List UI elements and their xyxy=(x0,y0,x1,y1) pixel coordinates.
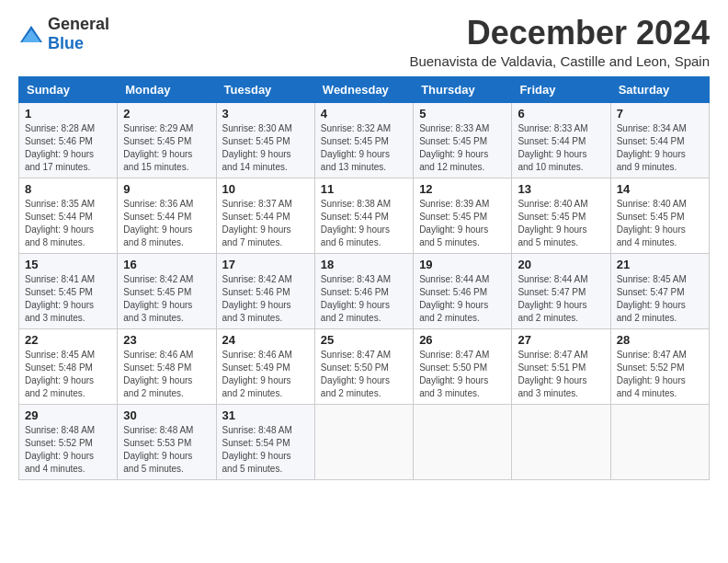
calendar-cell: 7 Sunrise: 8:34 AMSunset: 5:44 PMDayligh… xyxy=(610,102,709,178)
day-info: Sunrise: 8:41 AMSunset: 5:45 PMDaylight:… xyxy=(25,273,111,325)
day-info: Sunrise: 8:43 AMSunset: 5:46 PMDaylight:… xyxy=(321,273,407,325)
day-number: 1 xyxy=(25,107,111,121)
day-info: Sunrise: 8:46 AMSunset: 5:48 PMDaylight:… xyxy=(123,349,210,400)
day-info: Sunrise: 8:42 AMSunset: 5:45 PMDaylight:… xyxy=(123,273,210,325)
day-info: Sunrise: 8:47 AMSunset: 5:52 PMDaylight:… xyxy=(617,349,703,400)
day-number: 26 xyxy=(419,333,506,347)
day-info: Sunrise: 8:44 AMSunset: 5:47 PMDaylight:… xyxy=(518,273,604,325)
day-info: Sunrise: 8:39 AMSunset: 5:45 PMDaylight:… xyxy=(419,198,506,249)
day-info: Sunrise: 8:42 AMSunset: 5:46 PMDaylight:… xyxy=(222,273,309,325)
day-number: 31 xyxy=(222,408,309,422)
day-number: 10 xyxy=(222,182,309,196)
calendar-cell xyxy=(314,404,413,479)
day-number: 18 xyxy=(321,258,407,271)
calendar-cell xyxy=(414,404,512,479)
calendar-cell: 3 Sunrise: 8:30 AMSunset: 5:45 PMDayligh… xyxy=(216,102,314,178)
calendar-cell: 30 Sunrise: 8:48 AMSunset: 5:53 PMDaylig… xyxy=(118,404,216,479)
logo-icon xyxy=(18,24,44,44)
calendar-cell xyxy=(610,404,709,479)
subtitle: Buenavista de Valdavia, Castille and Leo… xyxy=(409,53,710,69)
day-info: Sunrise: 8:33 AMSunset: 5:44 PMDaylight:… xyxy=(518,122,604,174)
day-number: 13 xyxy=(518,182,604,196)
calendar-cell: 1 Sunrise: 8:28 AMSunset: 5:46 PMDayligh… xyxy=(19,102,118,178)
day-info: Sunrise: 8:32 AMSunset: 5:45 PMDaylight:… xyxy=(321,122,407,174)
calendar-cell: 26 Sunrise: 8:47 AMSunset: 5:50 PMDaylig… xyxy=(414,328,512,404)
calendar-cell: 2 Sunrise: 8:29 AMSunset: 5:45 PMDayligh… xyxy=(118,102,216,178)
day-of-week-header: Friday xyxy=(512,76,610,102)
calendar-week-row: 1 Sunrise: 8:28 AMSunset: 5:46 PMDayligh… xyxy=(19,102,710,178)
calendar-cell: 10 Sunrise: 8:37 AMSunset: 5:44 PMDaylig… xyxy=(216,178,314,253)
calendar-week-row: 29 Sunrise: 8:48 AMSunset: 5:52 PMDaylig… xyxy=(19,404,710,479)
day-info: Sunrise: 8:35 AMSunset: 5:44 PMDaylight:… xyxy=(25,198,111,249)
calendar-cell: 25 Sunrise: 8:47 AMSunset: 5:50 PMDaylig… xyxy=(314,328,413,404)
day-info: Sunrise: 8:30 AMSunset: 5:45 PMDaylight:… xyxy=(222,122,309,174)
logo-text: General Blue xyxy=(48,15,109,53)
day-number: 14 xyxy=(617,182,703,196)
day-number: 6 xyxy=(518,107,604,121)
calendar-week-row: 22 Sunrise: 8:45 AMSunset: 5:48 PMDaylig… xyxy=(19,328,710,404)
day-number: 3 xyxy=(222,107,309,121)
logo-general: General xyxy=(48,15,109,33)
day-info: Sunrise: 8:40 AMSunset: 5:45 PMDaylight:… xyxy=(617,198,703,249)
calendar-cell: 17 Sunrise: 8:42 AMSunset: 5:46 PMDaylig… xyxy=(216,253,314,328)
day-info: Sunrise: 8:34 AMSunset: 5:44 PMDaylight:… xyxy=(617,122,703,174)
logo: General Blue xyxy=(18,15,109,53)
calendar-cell: 18 Sunrise: 8:43 AMSunset: 5:46 PMDaylig… xyxy=(314,253,413,328)
day-info: Sunrise: 8:37 AMSunset: 5:44 PMDaylight:… xyxy=(222,198,309,249)
day-number: 16 xyxy=(123,258,210,271)
day-info: Sunrise: 8:46 AMSunset: 5:49 PMDaylight:… xyxy=(222,349,309,400)
calendar-cell: 20 Sunrise: 8:44 AMSunset: 5:47 PMDaylig… xyxy=(512,253,610,328)
calendar-cell: 13 Sunrise: 8:40 AMSunset: 5:45 PMDaylig… xyxy=(512,178,610,253)
header: General Blue December 2024 Buenavista de… xyxy=(18,15,710,69)
day-info: Sunrise: 8:29 AMSunset: 5:45 PMDaylight:… xyxy=(123,122,210,174)
calendar-cell: 16 Sunrise: 8:42 AMSunset: 5:45 PMDaylig… xyxy=(118,253,216,328)
day-info: Sunrise: 8:28 AMSunset: 5:46 PMDaylight:… xyxy=(25,122,111,174)
calendar-table: SundayMondayTuesdayWednesdayThursdayFrid… xyxy=(18,76,710,480)
day-of-week-header: Saturday xyxy=(610,76,709,102)
day-number: 5 xyxy=(419,107,506,121)
day-number: 2 xyxy=(123,107,210,121)
day-info: Sunrise: 8:40 AMSunset: 5:45 PMDaylight:… xyxy=(518,198,604,249)
calendar-cell: 9 Sunrise: 8:36 AMSunset: 5:44 PMDayligh… xyxy=(118,178,216,253)
day-number: 4 xyxy=(321,107,407,121)
day-number: 29 xyxy=(25,408,111,422)
calendar-cell: 28 Sunrise: 8:47 AMSunset: 5:52 PMDaylig… xyxy=(610,328,709,404)
calendar-cell: 8 Sunrise: 8:35 AMSunset: 5:44 PMDayligh… xyxy=(19,178,118,253)
calendar-cell: 23 Sunrise: 8:46 AMSunset: 5:48 PMDaylig… xyxy=(118,328,216,404)
day-of-week-header: Wednesday xyxy=(314,76,413,102)
day-number: 7 xyxy=(617,107,703,121)
calendar-cell: 15 Sunrise: 8:41 AMSunset: 5:45 PMDaylig… xyxy=(19,253,118,328)
day-number: 12 xyxy=(419,182,506,196)
calendar-cell: 4 Sunrise: 8:32 AMSunset: 5:45 PMDayligh… xyxy=(314,102,413,178)
day-of-week-header: Thursday xyxy=(414,76,512,102)
calendar-cell: 12 Sunrise: 8:39 AMSunset: 5:45 PMDaylig… xyxy=(414,178,512,253)
day-number: 19 xyxy=(419,258,506,271)
calendar-cell: 14 Sunrise: 8:40 AMSunset: 5:45 PMDaylig… xyxy=(610,178,709,253)
day-info: Sunrise: 8:45 AMSunset: 5:47 PMDaylight:… xyxy=(617,273,703,325)
day-number: 27 xyxy=(518,333,604,347)
calendar-cell: 29 Sunrise: 8:48 AMSunset: 5:52 PMDaylig… xyxy=(19,404,118,479)
day-number: 8 xyxy=(25,182,111,196)
calendar-header-row: SundayMondayTuesdayWednesdayThursdayFrid… xyxy=(19,76,710,102)
calendar-week-row: 15 Sunrise: 8:41 AMSunset: 5:45 PMDaylig… xyxy=(19,253,710,328)
day-of-week-header: Sunday xyxy=(19,76,118,102)
day-info: Sunrise: 8:38 AMSunset: 5:44 PMDaylight:… xyxy=(321,198,407,249)
day-of-week-header: Tuesday xyxy=(216,76,314,102)
day-info: Sunrise: 8:44 AMSunset: 5:46 PMDaylight:… xyxy=(419,273,506,325)
calendar-cell: 19 Sunrise: 8:44 AMSunset: 5:46 PMDaylig… xyxy=(414,253,512,328)
day-info: Sunrise: 8:48 AMSunset: 5:52 PMDaylight:… xyxy=(25,424,111,476)
calendar-cell: 6 Sunrise: 8:33 AMSunset: 5:44 PMDayligh… xyxy=(512,102,610,178)
day-info: Sunrise: 8:47 AMSunset: 5:50 PMDaylight:… xyxy=(419,349,506,400)
day-number: 23 xyxy=(123,333,210,347)
calendar-cell: 27 Sunrise: 8:47 AMSunset: 5:51 PMDaylig… xyxy=(512,328,610,404)
calendar-cell: 5 Sunrise: 8:33 AMSunset: 5:45 PMDayligh… xyxy=(414,102,512,178)
day-info: Sunrise: 8:47 AMSunset: 5:50 PMDaylight:… xyxy=(321,349,407,400)
day-number: 25 xyxy=(321,333,407,347)
day-number: 20 xyxy=(518,258,604,271)
day-number: 28 xyxy=(617,333,703,347)
calendar-cell: 21 Sunrise: 8:45 AMSunset: 5:47 PMDaylig… xyxy=(610,253,709,328)
day-number: 9 xyxy=(123,182,210,196)
day-number: 22 xyxy=(25,333,111,347)
day-number: 21 xyxy=(617,258,703,271)
calendar-cell: 31 Sunrise: 8:48 AMSunset: 5:54 PMDaylig… xyxy=(216,404,314,479)
